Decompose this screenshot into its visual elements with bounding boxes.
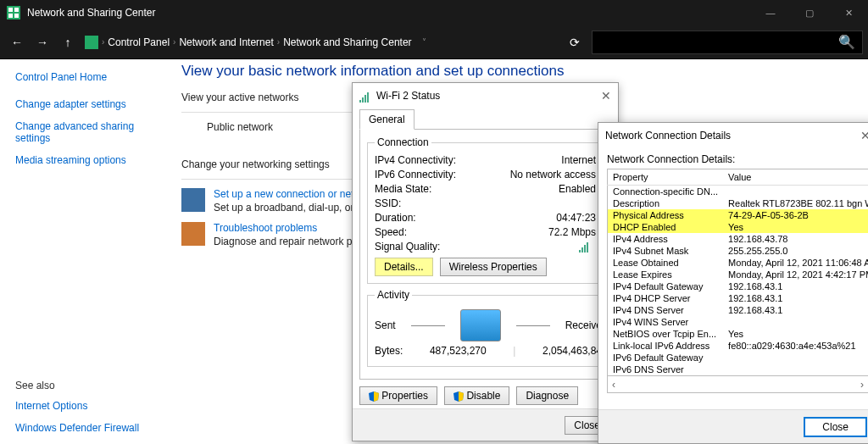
conn-val: 04:47:23 — [556, 212, 596, 224]
scroll-left-icon[interactable]: ‹ — [608, 379, 620, 391]
refresh-button[interactable]: ⟳ — [563, 31, 587, 54]
table-row[interactable]: IPv4 Address192.168.43.78 — [608, 233, 869, 245]
table-row[interactable]: Connection-specific DN... — [608, 186, 869, 198]
search-input[interactable]: 🔍 — [592, 31, 863, 54]
dialog-close-button[interactable]: ✕ — [860, 129, 868, 142]
dialog-titlebar[interactable]: Network Connection Details ✕ — [598, 123, 868, 148]
window-title: Network and Sharing Center — [27, 7, 155, 19]
table-row[interactable]: IPv4 DNS Server192.168.43.1 — [608, 304, 869, 316]
table-row[interactable]: IPv4 WINS Server — [608, 316, 869, 328]
task-troubleshoot-desc: Diagnose and repair network proble — [214, 236, 375, 247]
forward-button[interactable]: → — [31, 31, 54, 54]
details-button[interactable]: Details... — [375, 258, 433, 276]
divider — [516, 325, 550, 326]
conn-val: Internet — [561, 154, 596, 166]
crumb-2[interactable]: Network and Sharing Center — [283, 36, 411, 48]
conn-key: IPv6 Connectivity: — [375, 169, 456, 180]
connection-fieldset: Connection IPv4 Connectivity:InternetIPv… — [367, 136, 604, 284]
page-title: View your basic network information and … — [181, 63, 868, 80]
disable-button[interactable]: Disable — [444, 386, 509, 405]
seealso-internet[interactable]: Internet Options — [15, 400, 161, 412]
sidebar-link-adapter[interactable]: Change adapter settings — [15, 98, 161, 110]
table-row[interactable]: IPv6 Default Gateway — [608, 352, 869, 364]
properties-button[interactable]: Properties — [359, 386, 437, 405]
svg-rect-3 — [8, 14, 13, 18]
table-row[interactable]: Lease ObtainedMonday, April 12, 2021 11:… — [608, 257, 869, 269]
table-row[interactable]: Lease ExpiresMonday, April 12, 2021 4:42… — [608, 269, 869, 280]
val-cell — [723, 364, 868, 376]
seealso-firewall[interactable]: Windows Defender Firewall — [15, 422, 161, 434]
prop-cell: IPv4 Subnet Mask — [608, 245, 724, 257]
sidebar: Control Panel Home Change adapter settin… — [0, 59, 170, 444]
col-property[interactable]: Property — [608, 169, 724, 186]
titlebar: Network and Sharing Center — ▢ ✕ — [0, 0, 868, 25]
properties-label: Properties — [381, 390, 428, 402]
up-button[interactable]: ↑ — [56, 31, 80, 54]
troubleshoot-icon — [181, 222, 205, 246]
search-icon: 🔍 — [838, 34, 855, 50]
bytes-label: Bytes: — [375, 345, 403, 357]
table-row[interactable]: NetBIOS over Tcpip En...Yes — [608, 328, 869, 340]
prop-cell: NetBIOS over Tcpip En... — [608, 328, 724, 340]
table-row[interactable]: IPv4 Default Gateway192.168.43.1 — [608, 280, 869, 292]
tab-general[interactable]: General — [359, 109, 415, 130]
scroll-right-icon[interactable]: › — [856, 379, 868, 391]
wireless-properties-button[interactable]: Wireless Properties — [440, 258, 547, 276]
prop-cell: Lease Expires — [608, 269, 724, 280]
sidebar-link-media[interactable]: Media streaming options — [15, 154, 161, 166]
dialog-close-button[interactable]: ✕ — [601, 89, 611, 103]
navbar: ← → ↑ › Control Panel › Network and Inte… — [0, 25, 868, 59]
table-row[interactable]: DescriptionRealtek RTL8723BE 802.11 bgn … — [608, 197, 869, 209]
breadcrumb: › Control Panel › Network and Internet ›… — [85, 36, 558, 49]
prop-cell: Connection-specific DN... — [608, 186, 724, 198]
col-value[interactable]: Value — [723, 169, 868, 186]
breadcrumb-dropdown[interactable]: ˅ — [422, 37, 426, 47]
sent-label: Sent — [375, 319, 396, 331]
details-table: Property Value Connection-specific DN...… — [607, 169, 868, 376]
val-cell: 192.168.43.1 — [723, 280, 868, 292]
conn-val: Enabled — [559, 183, 596, 195]
shield-icon — [453, 391, 464, 402]
breadcrumb-sep: › — [102, 37, 104, 47]
val-cell: Monday, April 12, 2021 11:06:48 AM — [723, 257, 868, 269]
sidebar-link-sharing[interactable]: Change advanced sharing settings — [15, 120, 161, 144]
back-button[interactable]: ← — [5, 31, 29, 54]
control-panel-icon — [85, 36, 98, 49]
details-close-button[interactable]: Close — [804, 417, 867, 437]
connection-details-dialog: Network Connection Details ✕ Network Con… — [598, 122, 868, 444]
svg-rect-4 — [14, 14, 19, 18]
conn-val: 72.2 Mbps — [548, 226, 596, 238]
prop-cell: IPv4 Address — [608, 233, 724, 245]
maximize-button[interactable]: ▢ — [790, 0, 829, 25]
seealso-label: See also — [15, 380, 161, 391]
val-cell: 192.168.43.1 — [723, 292, 868, 304]
table-row[interactable]: IPv4 Subnet Mask255.255.255.0 — [608, 245, 869, 257]
sidebar-home[interactable]: Control Panel Home — [15, 71, 161, 83]
details-label: Network Connection Details: — [607, 153, 868, 165]
table-row[interactable]: IPv4 DHCP Server192.168.43.1 — [608, 292, 869, 304]
crumb-0[interactable]: Control Panel — [108, 36, 170, 48]
minimize-button[interactable]: — — [751, 0, 790, 25]
table-row[interactable]: Physical Address74-29-AF-05-36-2B — [608, 209, 869, 221]
prop-cell: Link-local IPv6 Address — [608, 340, 724, 352]
conn-key: Speed: — [375, 226, 407, 238]
prop-cell: IPv6 Default Gateway — [608, 352, 724, 364]
table-row[interactable]: Link-local IPv6 Addressfe80::a029:4630:a… — [608, 340, 869, 352]
connection-legend: Connection — [375, 136, 431, 148]
task-troubleshoot-link[interactable]: Troubleshoot problems — [214, 222, 375, 234]
close-button[interactable]: ✕ — [829, 0, 868, 25]
diagnose-button[interactable]: Diagnose — [516, 386, 578, 405]
table-row[interactable]: IPv6 DNS Server — [608, 364, 869, 376]
conn-key: IPv4 Connectivity: — [375, 154, 456, 166]
shield-icon — [369, 391, 379, 402]
val-cell: 192.168.43.1 — [723, 304, 868, 316]
prop-cell: IPv4 DHCP Server — [608, 292, 724, 304]
crumb-1[interactable]: Network and Internet — [179, 36, 273, 48]
horizontal-scrollbar[interactable]: ‹ › — [607, 376, 868, 393]
table-row[interactable]: DHCP EnabledYes — [608, 221, 869, 233]
dialog-titlebar[interactable]: Wi-Fi 2 Status ✕ — [353, 83, 618, 108]
prop-cell: IPv4 Default Gateway — [608, 280, 724, 292]
val-cell: Yes — [723, 221, 868, 233]
val-cell: 192.168.43.78 — [723, 233, 868, 245]
wifi-status-dialog: Wi-Fi 2 Status ✕ General Connection IPv4… — [352, 82, 619, 441]
